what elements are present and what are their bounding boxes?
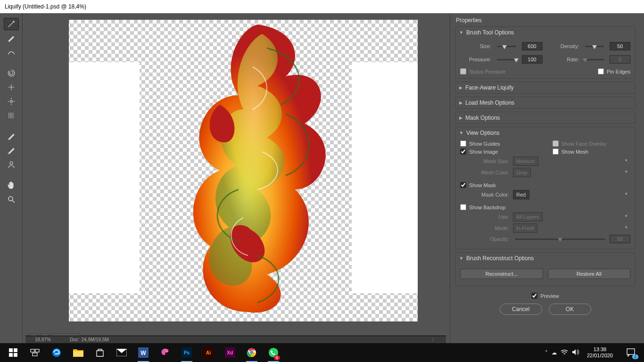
mail-icon[interactable] (111, 343, 132, 362)
mode-select: In Front (513, 223, 537, 233)
pin-edges-checkbox[interactable]: Pin Edges (598, 68, 630, 74)
taskbar-clock[interactable]: 13:38 22/01/2020 (583, 346, 617, 359)
pressure-slider[interactable] (497, 56, 516, 63)
task-view-icon[interactable] (25, 343, 45, 362)
svg-text:Ps: Ps (184, 350, 190, 355)
taskbar: W Ps Ai Xd 6 ˄ ☁ 13:38 22/01/2020 2 (0, 343, 644, 362)
section-brush-reconstruct: ▼Brush Reconstruct Options Reconstruct..… (455, 252, 636, 286)
triangle-down-icon: ▼ (459, 30, 463, 35)
face-tool[interactable] (4, 158, 19, 171)
whatsapp-icon[interactable]: 6 (263, 343, 284, 362)
mode-label: Mode: (460, 225, 509, 231)
svg-text:Ai: Ai (206, 350, 211, 355)
show-mask-checkbox[interactable]: Show Mask (460, 182, 630, 188)
svg-point-16 (163, 350, 164, 352)
onedrive-icon[interactable]: ☁ (552, 350, 557, 356)
density-input[interactable] (610, 42, 630, 50)
pressure-input[interactable] (522, 55, 543, 64)
paint-icon[interactable] (155, 343, 175, 362)
density-label: Density: (548, 43, 579, 49)
section-header-face-aware[interactable]: ▶Face-Aware Liquify (455, 82, 635, 93)
status-bar: 18,87% Doc: 24,9M/19,5M 〉 (25, 336, 446, 343)
svg-rect-9 (35, 349, 39, 352)
svg-rect-10 (33, 353, 37, 356)
section-header-reconstruct[interactable]: ▼Brush Reconstruct Options (455, 253, 635, 264)
section-load-mesh: ▶Load Mesh Options (455, 97, 636, 109)
smooth-tool[interactable] (4, 46, 19, 58)
tray-chevron-icon[interactable]: ˄ (545, 350, 548, 356)
file-explorer-icon[interactable] (68, 343, 89, 362)
svg-point-18 (166, 351, 168, 352)
zoom-tool[interactable] (4, 193, 19, 206)
titlebar: Liquify (Untitled-1.psd @ 18,4%) (0, 0, 644, 13)
show-image-checkbox[interactable]: Show Image (460, 148, 538, 155)
action-center-icon[interactable]: 2 (620, 343, 641, 362)
xd-icon[interactable]: Xd (220, 343, 240, 362)
mesh-size-select: Medium (513, 156, 538, 166)
freeze-mask-tool[interactable] (4, 130, 19, 142)
word-icon[interactable]: W (133, 343, 154, 362)
twirl-tool[interactable] (4, 67, 19, 79)
pucker-tool[interactable] (4, 81, 19, 93)
illustrator-icon[interactable]: Ai (198, 343, 219, 362)
section-header-load-mesh[interactable]: ▶Load Mesh Options (455, 97, 635, 108)
pressure-label: Pressure: (460, 57, 491, 62)
hand-tool[interactable] (4, 179, 19, 191)
restore-all-button[interactable]: Restore All (548, 269, 631, 279)
use-select: All Layers (513, 212, 543, 222)
show-backdrop-checkbox[interactable]: Show Backdrop (460, 204, 630, 210)
wifi-icon[interactable] (561, 349, 568, 356)
size-input[interactable] (522, 42, 543, 50)
svg-point-0 (10, 87, 12, 88)
section-header-mask[interactable]: ▶Mask Options (455, 112, 635, 123)
size-slider[interactable] (497, 43, 516, 49)
thaw-mask-tool[interactable] (4, 144, 19, 156)
document-canvas[interactable] (69, 20, 418, 321)
status-doc-label: Doc: (70, 337, 80, 342)
svg-rect-5 (14, 348, 17, 352)
density-slider[interactable] (585, 43, 604, 49)
triangle-down-icon: ▼ (459, 256, 463, 261)
reconstruct-tool[interactable] (4, 32, 19, 44)
rate-input (610, 55, 630, 64)
show-mesh-checkbox[interactable]: Show Mesh (553, 148, 631, 155)
opacity-input (610, 235, 630, 243)
start-button[interactable] (3, 343, 24, 362)
rate-slider (585, 56, 604, 63)
mask-color-select[interactable]: Red (513, 190, 529, 199)
mesh-size-label: Mesh Size: (460, 158, 509, 164)
bloat-tool[interactable] (4, 95, 19, 107)
edge-icon[interactable] (46, 343, 67, 362)
stylus-pressure-checkbox: Stylus Pressure (460, 68, 505, 74)
tool-palette (0, 13, 23, 343)
show-guides-checkbox[interactable]: Show Guides (460, 140, 538, 147)
mesh-color-label: Mesh Color: (460, 170, 509, 175)
store-icon[interactable] (90, 343, 110, 362)
section-header-brush-tool[interactable]: ▼Brush Tool Options (455, 27, 635, 38)
push-left-tool[interactable] (4, 109, 19, 122)
photoshop-icon[interactable]: Ps (176, 343, 197, 362)
chevron-right-icon[interactable]: 〉 (432, 337, 437, 343)
cancel-button[interactable]: Cancel (500, 304, 542, 315)
forward-warp-tool[interactable] (4, 18, 19, 30)
status-doc-value: 24,9M/19,5M (81, 337, 108, 342)
section-header-view[interactable]: ▼View Options (455, 127, 635, 139)
status-zoom: 18,87% (35, 337, 51, 342)
canvas-area: − + 18,4% (23, 13, 450, 343)
triangle-right-icon: ▶ (459, 100, 462, 105)
chrome-icon[interactable] (241, 343, 262, 362)
reconstruct-button[interactable]: Reconstruct... (460, 269, 543, 279)
show-face-overlay-checkbox: Show Face Overlay (553, 140, 631, 147)
section-brush-tool: ▼Brush Tool Options Size: Density: Press… (455, 26, 636, 79)
svg-point-1 (10, 100, 12, 103)
preview-checkbox[interactable]: Preview (531, 293, 559, 299)
volume-icon[interactable] (572, 349, 579, 356)
mesh-color-select: Gray (513, 168, 531, 177)
svg-rect-28 (627, 349, 635, 354)
liquified-image (163, 20, 352, 321)
ok-button[interactable]: OK (549, 304, 591, 315)
svg-rect-4 (9, 348, 13, 352)
svg-rect-12 (73, 351, 83, 357)
section-view-options: ▼View Options Show Guides Show Face Over… (455, 127, 636, 249)
window-title: Liquify (Untitled-1.psd @ 18,4%) (5, 3, 86, 10)
